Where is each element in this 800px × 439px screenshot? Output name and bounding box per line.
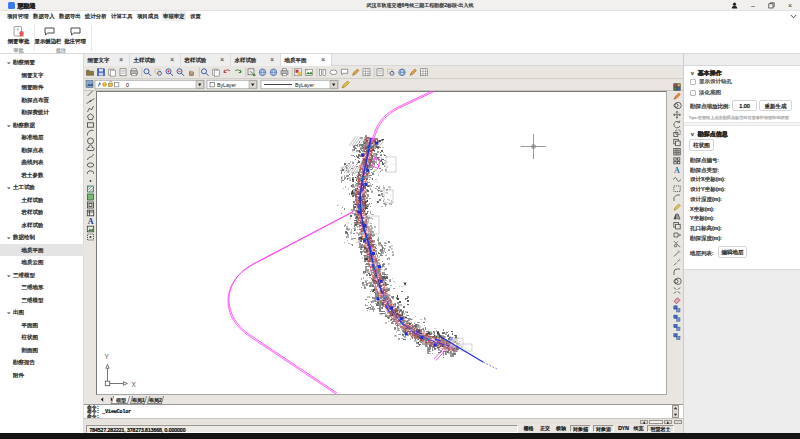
svg-text:Y: Y (105, 353, 110, 360)
svg-text:X: X (132, 381, 137, 388)
svg-text:ByLayer: ByLayer (295, 82, 314, 88)
svg-text:A: A (88, 217, 94, 226)
svg-text:ByLayer: ByLayer (217, 82, 236, 88)
svg-text:0: 0 (126, 82, 129, 88)
svg-text:A: A (674, 166, 680, 175)
